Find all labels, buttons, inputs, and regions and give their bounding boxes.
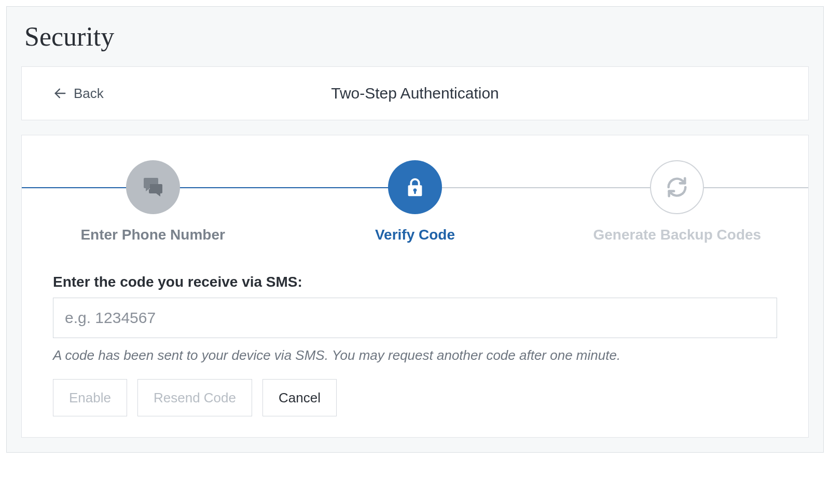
step-label-1: Enter Phone Number	[22, 226, 284, 244]
step-enter-phone: Enter Phone Number	[22, 160, 284, 244]
step-circle-2	[388, 160, 442, 214]
step-backup-codes: Generate Backup Codes	[546, 160, 808, 244]
button-row: Enable Resend Code Cancel	[53, 379, 777, 416]
security-page: Security Back Two-Step Authentication	[0, 0, 830, 459]
back-label: Back	[74, 86, 104, 102]
code-hint: A code has been sent to your device via …	[53, 347, 777, 363]
header-title: Two-Step Authentication	[22, 85, 808, 102]
header-card: Back Two-Step Authentication	[21, 66, 809, 120]
step-label-3: Generate Backup Codes	[546, 226, 808, 244]
enable-button[interactable]: Enable	[53, 379, 127, 416]
code-input[interactable]	[53, 298, 777, 338]
step-label-2: Verify Code	[284, 226, 546, 244]
step-circle-1	[126, 160, 180, 214]
security-panel: Security Back Two-Step Authentication	[6, 6, 824, 453]
step-circle-3	[650, 160, 704, 214]
body-card: Enter Phone Number Verify Code	[21, 135, 809, 438]
page-title: Security	[24, 21, 809, 52]
step-verify-code: Verify Code	[284, 160, 546, 244]
arrow-left-icon	[53, 86, 67, 101]
sync-icon	[665, 175, 689, 199]
stepper: Enter Phone Number Verify Code	[22, 160, 808, 244]
cancel-button[interactable]: Cancel	[262, 379, 337, 416]
back-button[interactable]: Back	[53, 86, 104, 102]
lock-icon	[403, 175, 427, 199]
resend-code-button[interactable]: Resend Code	[137, 379, 252, 416]
code-input-label: Enter the code you receive via SMS:	[53, 274, 777, 290]
chat-icon	[141, 175, 165, 200]
